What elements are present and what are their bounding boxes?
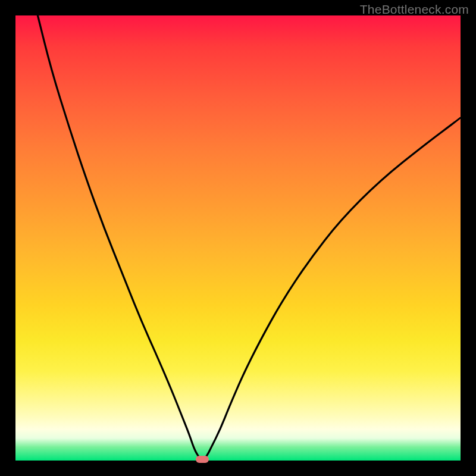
plot-area (15, 15, 461, 461)
chart-frame: TheBottleneck.com (0, 0, 476, 476)
watermark-text: TheBottleneck.com (360, 2, 469, 17)
bottleneck-curve (15, 15, 461, 461)
minimum-marker (196, 456, 209, 463)
